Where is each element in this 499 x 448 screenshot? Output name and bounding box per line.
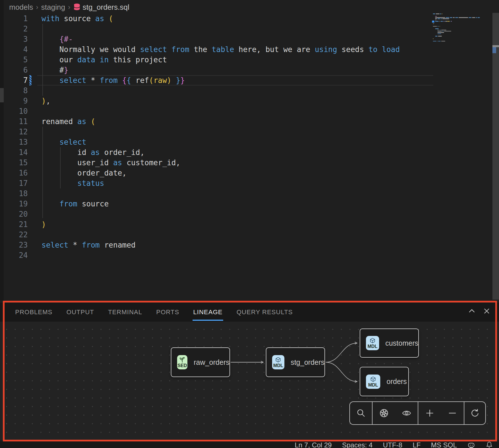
status-item-utf-8[interactable]: UTF-8 [383,441,402,448]
seed-icon [179,357,186,363]
node-badge: SED [177,355,187,369]
breadcrumb-item-file[interactable]: stg_orders.sql [73,3,129,12]
code-line: 21) [0,219,499,230]
copilot-icon[interactable] [467,441,475,448]
tab-output[interactable]: OUTPUT [66,303,94,322]
node-label: customers [385,339,418,347]
breadcrumb: models › staging › stg_orders.sql [9,2,129,12]
tab-query-results[interactable]: QUERY RESULTS [237,303,293,322]
line-number: 24 [0,250,28,260]
line-number: 2 [0,24,28,34]
code-line: 5 our data in this project [0,55,499,65]
code-line: 18 [0,188,499,199]
bell-icon[interactable] [486,441,494,448]
line-number: 12 [0,127,28,137]
code-line: 13 select [0,137,499,147]
line-number: 4 [0,44,28,55]
code-line: 12 [0,127,499,137]
breadcrumb-item-models[interactable]: models [9,3,33,12]
lineage-node-customers[interactable]: MDLcustomers [360,328,419,358]
minimap[interactable] [433,13,492,53]
line-number: 16 [0,168,28,178]
code-line: 6 #} [0,65,499,75]
indent-guide [42,127,43,218]
indent-guide [60,147,61,188]
line-number: 7 [0,75,28,85]
line-number: 5 [0,55,28,65]
line-number: 22 [0,230,28,240]
database-icon [73,3,80,11]
editor-scrollbar[interactable] [492,13,499,300]
lineage-toolbar [349,401,486,425]
editor-pane[interactable]: models › staging › stg_orders.sql 1with … [0,0,499,301]
refresh-icon[interactable] [470,408,480,418]
status-item-ln-7-col-29[interactable]: Ln 7, Col 29 [295,441,332,448]
line-number: 6 [0,65,28,75]
overview-ruler-modified-marker [492,47,496,53]
code-line: 14 id as order_id, [0,147,499,158]
eye-icon[interactable] [402,408,411,418]
line-number: 20 [0,209,28,219]
panel-close-button[interactable] [483,307,490,315]
line-number: 23 [0,240,28,250]
code-line: 4 Normally we would select from the tabl… [0,44,499,55]
code-line: 11renamed as ( [0,116,499,127]
aperture-icon[interactable] [379,408,389,418]
tab-ports[interactable]: PORTS [156,303,179,322]
breadcrumb-separator: › [36,3,38,11]
tab-terminal[interactable]: TERMINAL [108,303,142,322]
breadcrumb-item-staging[interactable]: staging [41,3,65,12]
node-badge: MDL [272,355,284,369]
breadcrumb-file-label: stg_orders.sql [83,3,129,12]
line-number: 19 [0,199,28,209]
status-item-spaces-4[interactable]: Spaces: 4 [342,441,373,448]
code-line: 10 [0,106,499,116]
minimap-modified-marker [432,21,434,23]
code-line: 16 order_date, [0,168,499,178]
node-label: raw_orders [194,358,229,367]
line-number: 10 [0,106,28,116]
code-line: 2 [0,24,499,34]
panel-tabstrip: PROBLEMSOUTPUTTERMINALPORTSLINEAGEQUERY … [0,303,499,322]
code-line: 15 user_id as customer_id, [0,158,499,168]
line-number: 1 [0,13,28,24]
lineage-node-raw_orders[interactable]: SEDraw_orders [171,347,230,377]
status-item-lf[interactable]: LF [413,441,421,448]
model-cube-icon [370,376,377,383]
code-line: 24 [0,250,499,260]
line-number: 15 [0,158,28,168]
line-number: 9 [0,96,28,106]
line-number: 14 [0,147,28,158]
tab-lineage[interactable]: LINEAGE [193,303,222,322]
lineage-node-stg_orders[interactable]: MDLstg_orders [266,347,325,377]
code-line: 17 status [0,178,499,188]
indent-guide [42,24,43,96]
line-number: 8 [0,85,28,96]
code-line: 1with source as ( [0,13,499,24]
vscode-window: models › staging › stg_orders.sql 1with … [0,0,499,448]
code-line: 3 {#- [0,34,499,44]
model-cube-icon [275,357,282,363]
status-bar: Ln 7, Col 29Spaces: 4UTF-8LFMS SQL [0,441,499,448]
breadcrumb-separator: › [68,3,70,11]
code-line: 9), [0,96,499,106]
line-number: 18 [0,188,28,199]
line-number: 3 [0,34,28,44]
model-cube-icon [369,337,376,344]
code-line: 8 [0,85,499,96]
node-badge: MDL [366,375,380,389]
overview-ruler-band [492,45,499,47]
line-number: 17 [0,178,28,188]
zoom-out-icon[interactable] [447,408,457,418]
status-item-ms-sql[interactable]: MS SQL [431,441,457,448]
chevron-up-icon [468,307,476,315]
code-line: 7 select * from {{ ref(raw) }} [0,75,499,85]
tab-problems[interactable]: PROBLEMS [15,303,52,322]
modified-line-indicator [29,75,31,85]
search-icon[interactable] [356,408,366,418]
code-line: 20 [0,209,499,219]
lineage-node-orders[interactable]: MDLorders [360,367,409,396]
zoom-in-icon[interactable] [425,408,435,418]
node-badge: MDL [366,336,379,350]
panel-collapse-button[interactable] [468,307,476,315]
